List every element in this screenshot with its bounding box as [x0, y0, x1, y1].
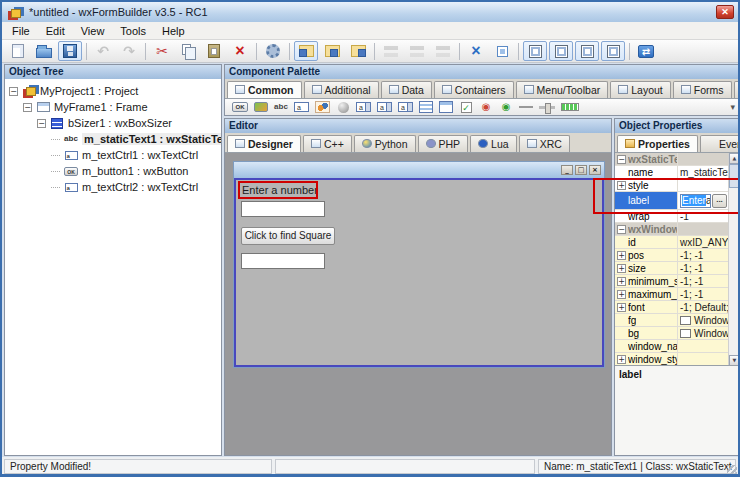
property-value-cell[interactable]: m_staticText1	[678, 166, 728, 178]
properties-scrollbar[interactable]: ▲▼	[728, 153, 739, 366]
frame-minimize-button[interactable]: _	[561, 165, 573, 175]
save-button[interactable]	[58, 41, 82, 61]
property-name-cell[interactable]: bg	[615, 327, 678, 339]
tree-node-myproject1[interactable]: −MyProject1 : Project	[5, 83, 221, 99]
property-name-cell[interactable]: wrap	[615, 210, 678, 222]
frame-close-button[interactable]: ×	[589, 165, 601, 175]
designer-button[interactable]: Click to find Square	[241, 227, 335, 245]
close-button[interactable]: ✕	[716, 5, 734, 19]
border-left-button[interactable]	[523, 41, 547, 61]
property-name-cell[interactable]: +minimum_size	[615, 275, 678, 287]
expand-icon[interactable]: +	[617, 355, 626, 364]
property-value-cell[interactable]: -1	[678, 210, 728, 222]
bitmap-button-icon[interactable]	[254, 99, 268, 115]
property-row-id[interactable]: idwxID_ANY	[615, 236, 739, 249]
gauge-icon[interactable]	[561, 99, 579, 115]
property-name-cell[interactable]: +pos	[615, 249, 678, 261]
frame-maximize-button[interactable]: □	[575, 165, 587, 175]
designer-static-text[interactable]: Enter a number	[242, 184, 318, 196]
designer-text-ctrl-1[interactable]	[241, 201, 325, 217]
choice-icon[interactable]	[336, 99, 350, 115]
palette-tab-forms[interactable]: Forms	[673, 81, 732, 98]
property-row-style[interactable]: +style	[615, 179, 739, 192]
property-name-cell[interactable]: +style	[615, 179, 678, 191]
text-ctrl-icon[interactable]: a	[294, 99, 309, 115]
radio-box-icon[interactable]: ◉	[479, 99, 493, 115]
palette-tab-layout[interactable]: Layout	[610, 81, 671, 98]
border-right-button[interactable]	[575, 41, 599, 61]
palette-overflow-icon[interactable]: ▾	[730, 102, 735, 112]
expand-icon[interactable]: +	[617, 181, 626, 190]
property-row-wrap[interactable]: wrap-1	[615, 210, 739, 223]
settings-button[interactable]	[261, 41, 285, 61]
section-collapse-icon[interactable]: −	[617, 155, 626, 164]
tree-expander-icon[interactable]: −	[23, 103, 32, 112]
expand-icon[interactable]: +	[617, 277, 626, 286]
static-text-icon[interactable]: abc	[274, 99, 288, 115]
property-row-window-style[interactable]: +window_style	[615, 353, 739, 366]
palette-tab-additional[interactable]: Additional	[304, 81, 379, 98]
menu-help[interactable]: Help	[154, 23, 193, 39]
expand-button[interactable]: ×	[464, 41, 488, 61]
menu-tools[interactable]: Tools	[112, 23, 154, 39]
cut-button[interactable]: ✂	[150, 41, 174, 61]
radio-button-icon[interactable]: ◉	[499, 99, 513, 115]
copy-button[interactable]	[176, 41, 200, 61]
property-row-name[interactable]: namem_staticText1	[615, 166, 739, 179]
tree-node-m-textctrl2[interactable]: am_textCtrl2 : wxTextCtrl	[5, 179, 221, 195]
open-button[interactable]	[32, 41, 56, 61]
expand-icon[interactable]: +	[617, 264, 626, 273]
border-all-button[interactable]	[549, 41, 573, 61]
static-bitmap-icon[interactable]	[315, 99, 330, 115]
property-value-cell[interactable]: Enter a...	[678, 192, 728, 209]
menu-view[interactable]: View	[73, 23, 113, 39]
property-name-cell[interactable]: +window_style	[615, 353, 678, 365]
property-section-wxstatictext[interactable]: −wxStaticText	[615, 153, 739, 166]
paste-button[interactable]	[202, 41, 226, 61]
border-top-button[interactable]	[601, 41, 625, 61]
static-line-icon[interactable]	[519, 99, 533, 115]
section-collapse-icon[interactable]: −	[617, 225, 626, 234]
property-row-bg[interactable]: bgWindow	[615, 327, 739, 340]
tree-node-myframe1[interactable]: −MyFrame1 : Frame	[5, 99, 221, 115]
property-value-cell[interactable]: -1; -1	[678, 288, 728, 300]
expand-icon[interactable]: +	[617, 251, 626, 260]
resize-grip[interactable]	[727, 465, 737, 475]
editor-tab-c[interactable]: C++	[303, 135, 352, 152]
property-name-cell[interactable]: id	[615, 236, 678, 248]
tree-node-m-textctrl1[interactable]: am_textCtrl1 : wxTextCtrl	[5, 147, 221, 163]
button-icon[interactable]: OK	[232, 99, 248, 115]
expand-icon[interactable]: +	[617, 303, 626, 312]
palette-tab-common[interactable]: Common	[227, 81, 302, 98]
properties-tab-events[interactable]: Events	[700, 135, 740, 152]
property-name-cell[interactable]: +maximum_size	[615, 288, 678, 300]
stretch-button[interactable]	[490, 41, 514, 61]
property-row-size[interactable]: +size-1; -1	[615, 262, 739, 275]
scroll-up-arrow[interactable]: ▲	[729, 153, 739, 164]
property-value-cell[interactable]: Window	[678, 314, 728, 326]
property-value-cell[interactable]	[678, 179, 728, 191]
property-value-cell[interactable]	[678, 353, 728, 365]
property-section-wxwindow[interactable]: −wxWindow	[615, 223, 739, 236]
tree-node-m-statictext1[interactable]: abcm_staticText1 : wxStaticText	[5, 131, 221, 147]
property-row-pos[interactable]: +pos-1; -1	[615, 249, 739, 262]
tree-expander-icon[interactable]: −	[9, 87, 18, 96]
scroll-thumb[interactable]	[729, 164, 739, 188]
editor-tab-php[interactable]: PHP	[418, 135, 469, 152]
editor-tab-xrc[interactable]: XRC	[519, 135, 570, 152]
expand-icon[interactable]: +	[617, 290, 626, 299]
tree-node-m-button1[interactable]: OKm_button1 : wxButton	[5, 163, 221, 179]
list-box-icon[interactable]	[419, 99, 433, 115]
property-row-minimum-size[interactable]: +minimum_size-1; -1	[615, 275, 739, 288]
scroll-down-arrow[interactable]: ▼	[729, 355, 739, 366]
align-left-button[interactable]	[294, 41, 318, 61]
property-row-maximum-size[interactable]: +maximum_size-1; -1	[615, 288, 739, 301]
check-box-icon[interactable]: ✓	[459, 99, 473, 115]
property-row-font[interactable]: +font-1; Default;	[615, 301, 739, 314]
property-value-cell[interactable]: -1; Default;	[678, 301, 728, 313]
property-value-cell[interactable]	[678, 340, 728, 352]
property-name-cell[interactable]: fg	[615, 314, 678, 326]
property-name-cell[interactable]: +font	[615, 301, 678, 313]
align-right-button[interactable]	[346, 41, 370, 61]
palette-tab-data[interactable]: Data	[381, 81, 432, 98]
